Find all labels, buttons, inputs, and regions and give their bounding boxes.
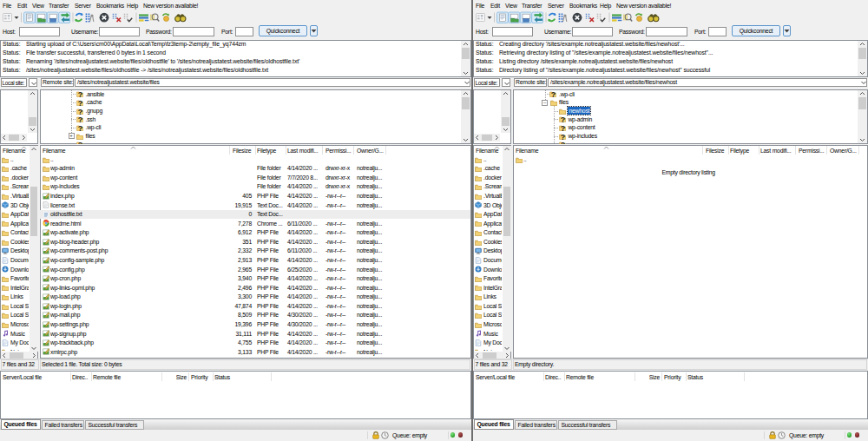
svg-text:?: ? (560, 115, 564, 122)
svg-text:?: ? (77, 141, 82, 143)
svg-text:?: ? (77, 90, 82, 97)
svg-text:?: ? (77, 124, 82, 131)
svg-text:?: ? (551, 90, 556, 97)
svg-text:?: ? (77, 108, 82, 115)
svg-text:?: ? (560, 124, 564, 131)
svg-text:?: ? (560, 133, 564, 140)
svg-text:?: ? (77, 99, 82, 106)
svg-text:?: ? (77, 115, 82, 122)
svg-text:?: ? (560, 141, 564, 143)
